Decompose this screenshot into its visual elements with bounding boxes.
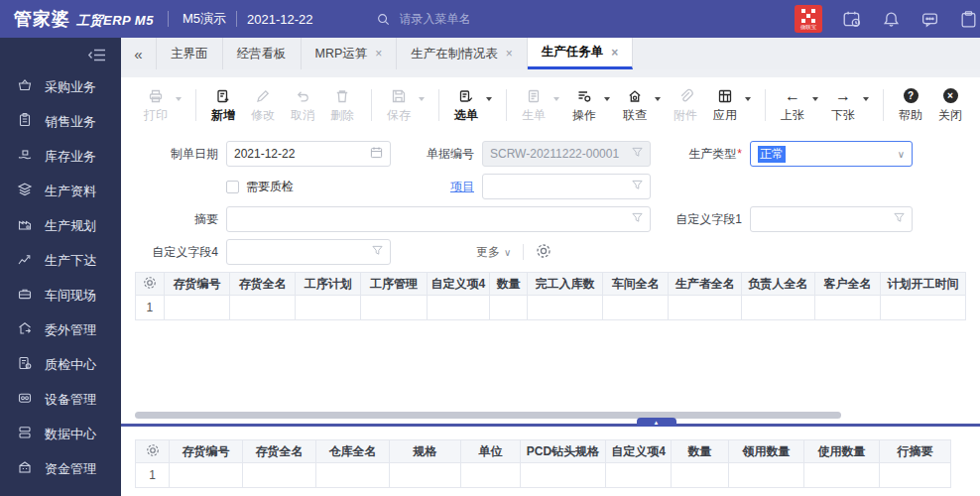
- dropdown-caret-icon[interactable]: [745, 97, 751, 101]
- grid2-header[interactable]: 数量: [672, 440, 729, 463]
- grid2-cell[interactable]: [316, 463, 390, 488]
- grid1-header[interactable]: 自定义项4: [427, 273, 490, 296]
- dropdown-caret-icon[interactable]: [655, 97, 661, 101]
- grid2-cell[interactable]: [606, 463, 672, 488]
- dropdown-caret-icon[interactable]: [553, 97, 559, 101]
- tab-close-icon[interactable]: ×: [375, 47, 382, 61]
- project-field[interactable]: [482, 174, 651, 199]
- grid2-header[interactable]: 存货全名: [243, 440, 316, 463]
- grid2-header[interactable]: 仓库全名: [316, 440, 390, 463]
- filter-funnel-icon[interactable]: [632, 180, 643, 193]
- grid1-cell[interactable]: [603, 296, 669, 320]
- grid2-cell[interactable]: [672, 463, 729, 488]
- delete-button[interactable]: 删除: [327, 87, 357, 124]
- grid1-column-settings-button[interactable]: [136, 273, 165, 296]
- close-button[interactable]: × 关闭: [935, 87, 965, 124]
- filter-funnel-icon[interactable]: [632, 212, 643, 226]
- grid1-cell[interactable]: [881, 296, 966, 320]
- tab-dashboard[interactable]: 经营看板: [223, 38, 302, 69]
- grid2-cell[interactable]: [729, 463, 804, 488]
- grid1-header[interactable]: 生产者全名: [669, 273, 742, 296]
- select-doc-button[interactable]: 选单: [451, 87, 481, 124]
- generate-doc-button[interactable]: 生单: [519, 87, 549, 124]
- calendar-icon[interactable]: [370, 146, 383, 162]
- print-button[interactable]: 打印: [141, 87, 171, 124]
- cancel-button[interactable]: 取消: [288, 87, 317, 124]
- grid2-header[interactable]: PCD钻头规格: [521, 440, 606, 463]
- sidebar-item-sales[interactable]: 销售业务: [0, 104, 121, 139]
- grid2-header[interactable]: 使用数量: [804, 440, 880, 463]
- grid2-cell[interactable]: [170, 463, 243, 488]
- grid2-header[interactable]: 规格: [390, 440, 461, 463]
- grid1-header[interactable]: 计划开工时间: [881, 273, 966, 296]
- summary-field[interactable]: [226, 206, 651, 232]
- grid1-header[interactable]: 负责人全名: [742, 273, 815, 296]
- linked-query-button[interactable]: 联查: [620, 87, 650, 124]
- help-button[interactable]: ? 帮助: [896, 87, 925, 124]
- grid1-cell[interactable]: [814, 296, 880, 320]
- more-fields-toggle[interactable]: 更多 ∨: [476, 244, 511, 261]
- new-button[interactable]: 新增: [208, 87, 238, 124]
- sidebar-item-inventory[interactable]: 库存业务: [0, 139, 121, 174]
- grid1-cell[interactable]: [361, 296, 427, 320]
- grid1-horizontal-scrollbar[interactable]: [135, 412, 966, 420]
- grid1-header[interactable]: 存货编号: [164, 273, 229, 296]
- sidebar-item-equipment[interactable]: 设备管理: [0, 382, 121, 417]
- dropdown-caret-icon[interactable]: [863, 97, 869, 101]
- next-doc-button[interactable]: → 下张: [828, 87, 858, 124]
- message-icon[interactable]: [920, 10, 939, 29]
- grid1-cell[interactable]: [427, 296, 490, 320]
- operations-button[interactable]: 操作: [569, 87, 599, 124]
- dropdown-caret-icon[interactable]: [176, 97, 182, 101]
- grid1-header[interactable]: 车间全名: [603, 273, 669, 296]
- grid2-header[interactable]: 存货编号: [170, 440, 243, 463]
- sidebar-item-finance[interactable]: 资金管理: [0, 451, 121, 486]
- save-button[interactable]: 保存: [384, 87, 414, 124]
- prev-doc-button[interactable]: ← 上张: [778, 87, 807, 124]
- qr-app-badge[interactable]: 微联宝: [795, 5, 822, 33]
- sidebar-item-data-center[interactable]: 数据中心: [0, 417, 121, 451]
- custom1-field[interactable]: [750, 206, 913, 232]
- grid1-cell[interactable]: [528, 296, 603, 320]
- grid2-cell[interactable]: [461, 463, 521, 488]
- edit-button[interactable]: 修改: [248, 87, 278, 124]
- calendar-clock-icon[interactable]: [842, 9, 862, 29]
- grid1-header[interactable]: 数量: [490, 273, 528, 296]
- grid1-header[interactable]: 工序管理: [361, 273, 427, 296]
- grid1-cell[interactable]: [669, 296, 742, 320]
- grid2-header[interactable]: 单位: [461, 440, 521, 463]
- grid1-cell[interactable]: [164, 296, 229, 320]
- grid1-cell[interactable]: [742, 296, 815, 320]
- filter-funnel-icon[interactable]: [632, 147, 643, 161]
- prod-type-select[interactable]: 正常 ∨: [750, 141, 913, 167]
- bell-icon[interactable]: [882, 10, 901, 29]
- grid1-cell[interactable]: [490, 296, 528, 320]
- custom4-field[interactable]: [226, 239, 391, 265]
- form-settings-button[interactable]: [536, 243, 551, 262]
- grid2-header[interactable]: 领用数量: [729, 440, 804, 463]
- sidebar-item-shopfloor[interactable]: 车间现场: [0, 278, 121, 312]
- dropdown-caret-icon[interactable]: [812, 97, 818, 101]
- attachment-button[interactable]: 附件: [671, 87, 700, 124]
- sidebar-collapse-button[interactable]: [0, 38, 121, 69]
- grid2-cell[interactable]: [880, 463, 951, 488]
- tab-production-task[interactable]: 生产任务单 ×: [528, 38, 634, 69]
- clipboard-icon[interactable]: [959, 10, 978, 29]
- make-date-field[interactable]: 2021-12-22: [226, 141, 391, 167]
- grid2-header[interactable]: 自定义项4: [606, 440, 672, 463]
- grid2-cell[interactable]: [243, 463, 316, 488]
- tab-home[interactable]: 主界面: [157, 38, 223, 69]
- filter-funnel-icon[interactable]: [894, 212, 905, 226]
- project-link-label[interactable]: 项目: [391, 179, 474, 195]
- grid2-cell[interactable]: [804, 463, 880, 488]
- dropdown-caret-icon[interactable]: [604, 97, 610, 101]
- grid2-cell[interactable]: [521, 463, 606, 488]
- filter-funnel-icon[interactable]: [372, 245, 383, 259]
- grid1-cell[interactable]: [230, 296, 296, 320]
- sidebar-item-production-release[interactable]: 生产下达: [0, 243, 121, 278]
- sidebar-item-purchase[interactable]: 采购业务: [0, 69, 121, 104]
- tab-wip-report[interactable]: 生产在制情况表 ×: [397, 38, 528, 69]
- tab-scroll-back-button[interactable]: «: [121, 38, 157, 69]
- grid1-header[interactable]: 完工入库数: [528, 273, 603, 296]
- sidebar-item-production-planning[interactable]: 生产规划: [0, 208, 121, 243]
